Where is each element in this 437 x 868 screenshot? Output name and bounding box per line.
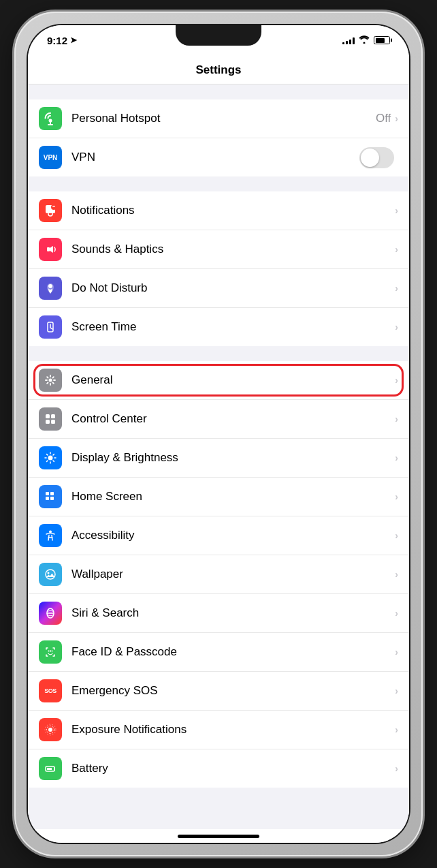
wallpaper-chevron: › (395, 569, 398, 580)
exposure-label: Exposure Notifications (71, 723, 395, 737)
battery-icon (374, 36, 390, 44)
settings-row-face-id[interactable]: Face ID & Passcode › (28, 633, 409, 672)
settings-row-vpn[interactable]: VPN VPN (28, 138, 409, 176)
settings-row-exposure[interactable]: Exposure Notifications › (28, 711, 409, 749)
section-network: Personal Hotspot Off › VPN VPN (28, 99, 409, 176)
notifications-chevron: › (395, 205, 398, 216)
settings-row-general[interactable]: General › (28, 361, 409, 400)
control-center-chevron: › (395, 414, 398, 424)
sounds-icon (39, 238, 62, 261)
face-id-chevron: › (395, 647, 398, 657)
siri-icon (39, 602, 62, 625)
svg-rect-15 (46, 497, 49, 500)
settings-row-dnd[interactable]: Do Not Disturb › (28, 269, 409, 308)
svg-point-22 (52, 651, 53, 652)
personal-hotspot-icon (39, 107, 62, 130)
wifi-icon (359, 35, 370, 46)
phone-frame: 9:12 ➤ (14, 12, 423, 856)
battery-chevron: › (395, 763, 398, 774)
display-chevron: › (395, 452, 398, 463)
phone-inner: 9:12 ➤ (27, 24, 410, 844)
settings-row-siri[interactable]: Siri & Search › (28, 594, 409, 633)
settings-list[interactable]: Personal Hotspot Off › VPN VPN (28, 84, 409, 829)
svg-rect-10 (46, 420, 50, 424)
home-screen-icon (39, 485, 62, 508)
notifications-icon (39, 199, 62, 222)
settings-row-screen-time[interactable]: Screen Time › (28, 308, 409, 346)
location-icon: ➤ (70, 35, 77, 45)
wallpaper-icon (39, 563, 62, 586)
accessibility-chevron: › (395, 530, 398, 541)
settings-row-emergency-sos[interactable]: SOS Emergency SOS › (28, 672, 409, 711)
svg-rect-27 (47, 768, 52, 770)
personal-hotspot-chevron: › (395, 113, 398, 124)
svg-point-23 (48, 728, 52, 732)
display-icon (39, 446, 62, 469)
svg-rect-11 (51, 420, 55, 424)
screen: 9:12 ➤ (28, 25, 409, 843)
emergency-sos-label: Emergency SOS (71, 684, 395, 698)
accessibility-icon (39, 524, 62, 547)
vpn-label: VPN (71, 151, 359, 164)
personal-hotspot-label: Personal Hotspot (71, 112, 376, 125)
signal-bars (342, 36, 355, 44)
emergency-sos-chevron: › (395, 685, 398, 696)
screen-time-label: Screen Time (71, 320, 395, 334)
general-icon (39, 369, 62, 392)
section-gap-top (28, 84, 409, 99)
settings-row-personal-hotspot[interactable]: Personal Hotspot Off › (28, 99, 409, 138)
bottom-spacer (28, 788, 409, 815)
svg-point-21 (48, 651, 50, 652)
settings-row-battery[interactable]: Battery › (28, 749, 409, 788)
svg-rect-4 (47, 247, 50, 251)
battery-label: Battery (71, 762, 395, 775)
control-center-label: Control Center (71, 412, 395, 426)
notch (176, 25, 261, 46)
display-label: Display & Brightness (71, 451, 395, 465)
control-center-icon (39, 407, 62, 431)
sounds-label: Sounds & Haptics (71, 243, 395, 256)
vpn-icon: VPN (39, 146, 62, 169)
battery-settings-icon (39, 757, 62, 780)
section-gap-2 (28, 346, 409, 361)
accessibility-label: Accessibility (71, 529, 395, 542)
wallpaper-label: Wallpaper (71, 568, 395, 581)
svg-rect-8 (46, 414, 50, 418)
settings-row-accessibility[interactable]: Accessibility › (28, 516, 409, 555)
settings-row-display[interactable]: Display & Brightness › (28, 439, 409, 478)
home-screen-chevron: › (395, 491, 398, 502)
general-label: General (71, 373, 395, 387)
general-chevron: › (395, 375, 398, 386)
settings-row-home-screen[interactable]: Home Screen › (28, 478, 409, 516)
face-id-label: Face ID & Passcode (71, 645, 395, 659)
section-gap-1 (28, 176, 409, 191)
face-id-icon (39, 640, 62, 664)
status-icons (342, 35, 390, 46)
settings-row-wallpaper[interactable]: Wallpaper › (28, 555, 409, 594)
home-indicator (28, 829, 409, 843)
home-screen-label: Home Screen (71, 490, 395, 503)
svg-rect-13 (46, 492, 49, 495)
svg-rect-9 (51, 414, 55, 418)
svg-point-12 (48, 456, 53, 461)
svg-point-19 (48, 572, 50, 574)
page-title: Settings (195, 63, 241, 76)
exposure-icon (39, 718, 62, 741)
personal-hotspot-value: Off (376, 112, 391, 125)
settings-row-notifications[interactable]: Notifications › (28, 191, 409, 230)
settings-row-sounds[interactable]: Sounds & Haptics › (28, 230, 409, 269)
notifications-label: Notifications (71, 204, 395, 217)
status-time: 9:12 ➤ (47, 35, 77, 46)
screen-time-chevron: › (395, 322, 398, 332)
svg-rect-3 (52, 206, 55, 207)
svg-point-7 (49, 379, 52, 382)
svg-rect-14 (50, 492, 54, 495)
svg-point-2 (51, 204, 56, 210)
svg-point-18 (46, 570, 55, 579)
dnd-chevron: › (395, 283, 398, 294)
vpn-toggle[interactable] (359, 147, 394, 168)
sounds-chevron: › (395, 244, 398, 255)
settings-row-control-center[interactable]: Control Center › (28, 400, 409, 439)
exposure-chevron: › (395, 724, 398, 735)
nav-bar: Settings (28, 55, 409, 84)
